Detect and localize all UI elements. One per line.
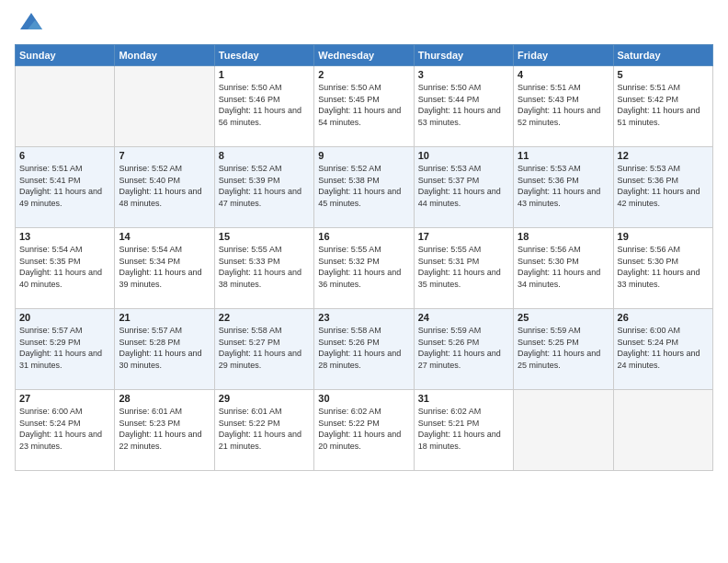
calendar-cell: 18Sunrise: 5:56 AM Sunset: 5:30 PM Dayli… xyxy=(514,228,613,309)
day-info: Sunrise: 6:01 AM Sunset: 5:22 PM Dayligh… xyxy=(219,406,310,452)
calendar-cell xyxy=(613,390,712,471)
calendar-table: SundayMondayTuesdayWednesdayThursdayFrid… xyxy=(15,44,713,471)
day-number: 10 xyxy=(418,150,509,161)
calendar-cell: 17Sunrise: 5:55 AM Sunset: 5:31 PM Dayli… xyxy=(414,228,513,309)
weekday-header-saturday: Saturday xyxy=(613,45,712,66)
day-number: 31 xyxy=(418,393,509,404)
header xyxy=(15,11,713,37)
day-info: Sunrise: 5:51 AM Sunset: 5:41 PM Dayligh… xyxy=(19,163,110,209)
calendar-cell: 5Sunrise: 5:51 AM Sunset: 5:42 PM Daylig… xyxy=(613,66,712,147)
day-info: Sunrise: 5:53 AM Sunset: 5:37 PM Dayligh… xyxy=(418,163,509,209)
day-info: Sunrise: 5:52 AM Sunset: 5:40 PM Dayligh… xyxy=(119,163,210,209)
day-number: 16 xyxy=(318,231,409,242)
day-info: Sunrise: 5:52 AM Sunset: 5:39 PM Dayligh… xyxy=(219,163,310,209)
day-number: 8 xyxy=(219,150,310,161)
day-number: 18 xyxy=(518,231,609,242)
day-number: 22 xyxy=(219,312,310,323)
calendar-cell: 10Sunrise: 5:53 AM Sunset: 5:37 PM Dayli… xyxy=(414,147,513,228)
day-info: Sunrise: 6:02 AM Sunset: 5:21 PM Dayligh… xyxy=(418,406,509,452)
day-info: Sunrise: 5:55 AM Sunset: 5:32 PM Dayligh… xyxy=(318,244,409,290)
day-info: Sunrise: 5:53 AM Sunset: 5:36 PM Dayligh… xyxy=(618,163,709,209)
calendar-week-row: 20Sunrise: 5:57 AM Sunset: 5:29 PM Dayli… xyxy=(16,309,713,390)
calendar-cell: 28Sunrise: 6:01 AM Sunset: 5:23 PM Dayli… xyxy=(115,390,214,471)
day-info: Sunrise: 6:00 AM Sunset: 5:24 PM Dayligh… xyxy=(19,406,110,452)
weekday-header-wednesday: Wednesday xyxy=(314,45,414,66)
logo xyxy=(15,11,44,37)
calendar-cell: 23Sunrise: 5:58 AM Sunset: 5:26 PM Dayli… xyxy=(314,309,414,390)
day-number: 28 xyxy=(119,393,210,404)
day-number: 11 xyxy=(518,150,609,161)
calendar-cell: 27Sunrise: 6:00 AM Sunset: 5:24 PM Dayli… xyxy=(16,390,115,471)
calendar-cell: 14Sunrise: 5:54 AM Sunset: 5:34 PM Dayli… xyxy=(115,228,214,309)
calendar-week-row: 13Sunrise: 5:54 AM Sunset: 5:35 PM Dayli… xyxy=(16,228,713,309)
weekday-header-friday: Friday xyxy=(514,45,613,66)
day-info: Sunrise: 5:55 AM Sunset: 5:33 PM Dayligh… xyxy=(219,244,310,290)
day-info: Sunrise: 5:57 AM Sunset: 5:28 PM Dayligh… xyxy=(119,325,210,371)
day-number: 14 xyxy=(119,231,210,242)
calendar-cell: 15Sunrise: 5:55 AM Sunset: 5:33 PM Dayli… xyxy=(214,228,313,309)
day-number: 5 xyxy=(618,69,709,80)
day-number: 4 xyxy=(518,69,609,80)
day-number: 6 xyxy=(19,150,110,161)
day-info: Sunrise: 5:54 AM Sunset: 5:34 PM Dayligh… xyxy=(119,244,210,290)
calendar-cell: 22Sunrise: 5:58 AM Sunset: 5:27 PM Dayli… xyxy=(214,309,313,390)
weekday-header-sunday: Sunday xyxy=(16,45,115,66)
day-info: Sunrise: 5:50 AM Sunset: 5:45 PM Dayligh… xyxy=(318,82,409,128)
day-info: Sunrise: 5:58 AM Sunset: 5:26 PM Dayligh… xyxy=(318,325,409,371)
day-info: Sunrise: 5:56 AM Sunset: 5:30 PM Dayligh… xyxy=(518,244,609,290)
weekday-header-row: SundayMondayTuesdayWednesdayThursdayFrid… xyxy=(16,45,713,66)
day-number: 26 xyxy=(618,312,709,323)
day-number: 27 xyxy=(19,393,110,404)
calendar-cell: 16Sunrise: 5:55 AM Sunset: 5:32 PM Dayli… xyxy=(314,228,414,309)
day-number: 30 xyxy=(318,393,409,404)
day-info: Sunrise: 6:01 AM Sunset: 5:23 PM Dayligh… xyxy=(119,406,210,452)
weekday-header-thursday: Thursday xyxy=(414,45,513,66)
calendar-week-row: 1Sunrise: 5:50 AM Sunset: 5:46 PM Daylig… xyxy=(16,66,713,147)
day-number: 13 xyxy=(19,231,110,242)
day-info: Sunrise: 6:02 AM Sunset: 5:22 PM Dayligh… xyxy=(318,406,409,452)
day-number: 21 xyxy=(119,312,210,323)
day-info: Sunrise: 5:51 AM Sunset: 5:42 PM Dayligh… xyxy=(618,82,709,128)
day-info: Sunrise: 5:57 AM Sunset: 5:29 PM Dayligh… xyxy=(19,325,110,371)
calendar-cell: 24Sunrise: 5:59 AM Sunset: 5:26 PM Dayli… xyxy=(414,309,513,390)
calendar-cell: 31Sunrise: 6:02 AM Sunset: 5:21 PM Dayli… xyxy=(414,390,513,471)
day-number: 3 xyxy=(418,69,509,80)
calendar-cell: 1Sunrise: 5:50 AM Sunset: 5:46 PM Daylig… xyxy=(214,66,313,147)
day-number: 29 xyxy=(219,393,310,404)
day-info: Sunrise: 5:50 AM Sunset: 5:46 PM Dayligh… xyxy=(219,82,310,128)
calendar-cell: 2Sunrise: 5:50 AM Sunset: 5:45 PM Daylig… xyxy=(314,66,414,147)
calendar-week-row: 6Sunrise: 5:51 AM Sunset: 5:41 PM Daylig… xyxy=(16,147,713,228)
day-info: Sunrise: 5:51 AM Sunset: 5:43 PM Dayligh… xyxy=(518,82,609,128)
day-number: 12 xyxy=(618,150,709,161)
day-number: 25 xyxy=(518,312,609,323)
calendar-cell: 8Sunrise: 5:52 AM Sunset: 5:39 PM Daylig… xyxy=(214,147,313,228)
calendar-cell: 9Sunrise: 5:52 AM Sunset: 5:38 PM Daylig… xyxy=(314,147,414,228)
day-info: Sunrise: 5:59 AM Sunset: 5:26 PM Dayligh… xyxy=(418,325,509,371)
day-number: 17 xyxy=(418,231,509,242)
calendar-cell: 6Sunrise: 5:51 AM Sunset: 5:41 PM Daylig… xyxy=(16,147,115,228)
calendar-cell: 3Sunrise: 5:50 AM Sunset: 5:44 PM Daylig… xyxy=(414,66,513,147)
weekday-header-tuesday: Tuesday xyxy=(214,45,313,66)
day-number: 15 xyxy=(219,231,310,242)
day-info: Sunrise: 5:58 AM Sunset: 5:27 PM Dayligh… xyxy=(219,325,310,371)
calendar-cell: 26Sunrise: 6:00 AM Sunset: 5:24 PM Dayli… xyxy=(613,309,712,390)
calendar-cell: 13Sunrise: 5:54 AM Sunset: 5:35 PM Dayli… xyxy=(16,228,115,309)
weekday-header-monday: Monday xyxy=(115,45,214,66)
calendar-cell xyxy=(514,390,613,471)
day-number: 23 xyxy=(318,312,409,323)
calendar-cell xyxy=(115,66,214,147)
day-info: Sunrise: 5:56 AM Sunset: 5:30 PM Dayligh… xyxy=(618,244,709,290)
calendar-cell: 21Sunrise: 5:57 AM Sunset: 5:28 PM Dayli… xyxy=(115,309,214,390)
day-number: 2 xyxy=(318,69,409,80)
day-info: Sunrise: 5:53 AM Sunset: 5:36 PM Dayligh… xyxy=(518,163,609,209)
calendar-cell: 19Sunrise: 5:56 AM Sunset: 5:30 PM Dayli… xyxy=(613,228,712,309)
day-number: 1 xyxy=(219,69,310,80)
calendar-cell: 11Sunrise: 5:53 AM Sunset: 5:36 PM Dayli… xyxy=(514,147,613,228)
calendar-cell xyxy=(16,66,115,147)
calendar-cell: 7Sunrise: 5:52 AM Sunset: 5:40 PM Daylig… xyxy=(115,147,214,228)
calendar-cell: 30Sunrise: 6:02 AM Sunset: 5:22 PM Dayli… xyxy=(314,390,414,471)
day-info: Sunrise: 5:59 AM Sunset: 5:25 PM Dayligh… xyxy=(518,325,609,371)
day-info: Sunrise: 5:55 AM Sunset: 5:31 PM Dayligh… xyxy=(418,244,509,290)
day-info: Sunrise: 5:50 AM Sunset: 5:44 PM Dayligh… xyxy=(418,82,509,128)
calendar-cell: 25Sunrise: 5:59 AM Sunset: 5:25 PM Dayli… xyxy=(514,309,613,390)
